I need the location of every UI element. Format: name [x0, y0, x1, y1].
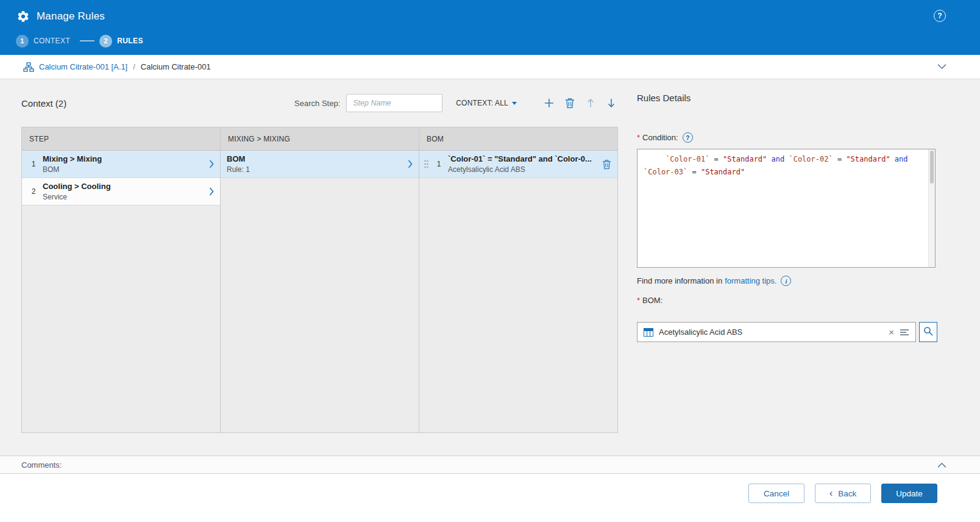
page-title: Manage Rules [37, 10, 105, 23]
editor-scrollbar-thumb[interactable] [930, 151, 934, 184]
row-text: Cooling > Cooling Service [43, 182, 204, 201]
step-row-title: Mixing > Mixing [43, 154, 204, 163]
context-table: STEP 1 Mixing > Mixing BOM 2 [21, 127, 618, 433]
rules-details-panel: Rules Details * Condition: ? `Color-01` … [637, 79, 959, 342]
formatting-info-text: Find more information in [637, 276, 722, 285]
update-button-label: Update [896, 489, 923, 498]
bom-rule-subtitle: Acetylsalicylic Acid ABS [448, 165, 597, 174]
bom-field[interactable]: Acetylsalicylic Acid ABS × [637, 322, 916, 342]
mixing-column: MIXING > MIXING BOM Rule: 1 [221, 127, 419, 432]
breadcrumb-separator: / [133, 62, 135, 71]
step-row-1[interactable]: 1 Mixing > Mixing BOM [22, 151, 220, 178]
question-glyph: ? [686, 134, 689, 141]
info-icon[interactable]: i [781, 276, 791, 286]
back-chevron-icon: ‹ [829, 488, 833, 498]
comments-section[interactable]: Comments: [0, 456, 980, 474]
manage-rules-window: Manage Rules ? 1 CONTEXT 2 RULES Calcium… [0, 0, 980, 522]
bom-search-button[interactable] [919, 322, 937, 342]
bom-field-label: * BOM: [637, 296, 959, 305]
required-marker: * [637, 296, 640, 305]
formatting-info-line: Find more information in formatting tips… [637, 276, 959, 286]
bom-table-icon [644, 328, 653, 337]
mixing-column-header: MIXING > MIXING [221, 127, 419, 151]
step-rules-number: 2 [99, 35, 112, 48]
row-number: 1 [28, 160, 39, 168]
help-icon[interactable]: ? [934, 10, 946, 22]
clear-bom-icon[interactable]: × [889, 327, 894, 337]
caret-down-icon [512, 102, 517, 105]
move-down-icon[interactable] [605, 96, 618, 110]
back-button-label: Back [838, 489, 856, 498]
row-number: 2 [28, 187, 39, 196]
required-marker: * [637, 133, 640, 142]
chevron-right-icon[interactable] [209, 187, 214, 196]
formatting-tips-link[interactable]: formatting tips. [725, 276, 776, 285]
move-up-icon[interactable] [584, 96, 597, 110]
step-rules[interactable]: 2 RULES [99, 35, 143, 48]
row-text: `Color-01` = "Standard" and `Color-0... … [448, 154, 597, 174]
info-glyph: i [785, 277, 787, 285]
condition-code[interactable]: `Color-01` = "Standard" and `Color-02` =… [637, 149, 935, 267]
context-panel: Context (2) Search Step: CONTEXT: ALL [21, 79, 618, 433]
chevron-up-icon[interactable] [937, 462, 946, 468]
delete-rule-icon[interactable] [602, 159, 611, 170]
bom-field-row: Acetylsalicylic Acid ABS × [637, 322, 959, 342]
bom-list-icon[interactable] [900, 329, 909, 336]
step-row-subtitle: Service [43, 193, 204, 201]
search-step-label: Search Step: [294, 99, 340, 108]
mixing-row-subtitle: Rule: 1 [227, 165, 403, 174]
step-context-number: 1 [16, 35, 29, 48]
breadcrumb: Calcium Citrate-001 [A.1] / Calcium Citr… [0, 55, 980, 79]
bom-column: BOM 1 `Color-01` = "Standard" and `Color… [419, 127, 617, 432]
condition-editor[interactable]: `Color-01` = "Standard" and `Color-02` =… [637, 149, 936, 268]
context-filter-dropdown[interactable]: CONTEXT: ALL [456, 99, 517, 107]
chevron-right-icon[interactable] [408, 160, 413, 168]
bom-column-header: BOM [419, 127, 617, 151]
step-context[interactable]: 1 CONTEXT [16, 35, 70, 48]
header-title-row: Manage Rules ? [16, 0, 980, 29]
update-button[interactable]: Update [881, 484, 937, 503]
app-header: Manage Rules ? 1 CONTEXT 2 RULES [0, 0, 980, 55]
add-step-icon[interactable] [542, 96, 556, 110]
hierarchy-icon [23, 62, 34, 72]
step-rules-label: RULES [117, 37, 143, 45]
drag-handle-icon[interactable] [424, 159, 428, 169]
context-title: Context (2) [21, 98, 66, 109]
search-step-input[interactable] [346, 94, 442, 112]
row-text: Mixing > Mixing BOM [43, 154, 204, 174]
mixing-row-1[interactable]: BOM Rule: 1 [221, 151, 419, 178]
rules-details-title: Rules Details [637, 93, 959, 103]
bom-rule-condition: `Color-01` = "Standard" and `Color-0... [448, 154, 597, 163]
breadcrumb-root-link[interactable]: Calcium Citrate-001 [A.1] [39, 62, 127, 71]
step-column: STEP 1 Mixing > Mixing BOM 2 [22, 127, 221, 432]
condition-field-label: * Condition: ? [637, 132, 959, 143]
delete-step-icon[interactable] [563, 96, 577, 110]
condition-label: Condition: [642, 133, 678, 142]
step-row-subtitle: BOM [43, 165, 204, 174]
row-text: BOM Rule: 1 [227, 154, 403, 174]
main-content: Context (2) Search Step: CONTEXT: ALL [0, 79, 980, 456]
context-toolbar: Context (2) Search Step: CONTEXT: ALL [21, 79, 618, 127]
comments-label: Comments: [21, 460, 62, 470]
chevron-right-icon[interactable] [209, 160, 214, 168]
manage-rules-gear-icon [16, 9, 30, 24]
search-icon [923, 326, 933, 338]
editor-scrollbar[interactable] [928, 149, 935, 267]
bom-label: BOM: [642, 296, 662, 305]
context-toolbar-actions: Search Step: CONTEXT: ALL [294, 94, 618, 112]
step-connector-line [80, 40, 94, 41]
bom-value: Acetylsalicylic Acid ABS [659, 327, 883, 337]
step-row-2[interactable]: 2 Cooling > Cooling Service [22, 178, 220, 206]
back-button[interactable]: ‹ Back [815, 484, 871, 503]
step-column-header: STEP [22, 127, 220, 151]
breadcrumb-current: Calcium Citrate-001 [141, 62, 211, 71]
step-row-title: Cooling > Cooling [43, 182, 204, 191]
context-filter-label: CONTEXT: ALL [456, 99, 508, 107]
bom-rule-row-1[interactable]: 1 `Color-01` = "Standard" and `Color-0..… [419, 151, 617, 178]
wizard-stepper: 1 CONTEXT 2 RULES [16, 30, 980, 51]
row-number: 1 [433, 160, 444, 168]
chevron-down-icon[interactable] [937, 64, 946, 70]
condition-help-icon[interactable]: ? [683, 132, 693, 143]
footer-actions: Cancel ‹ Back Update [0, 474, 980, 522]
cancel-button[interactable]: Cancel [748, 484, 804, 503]
